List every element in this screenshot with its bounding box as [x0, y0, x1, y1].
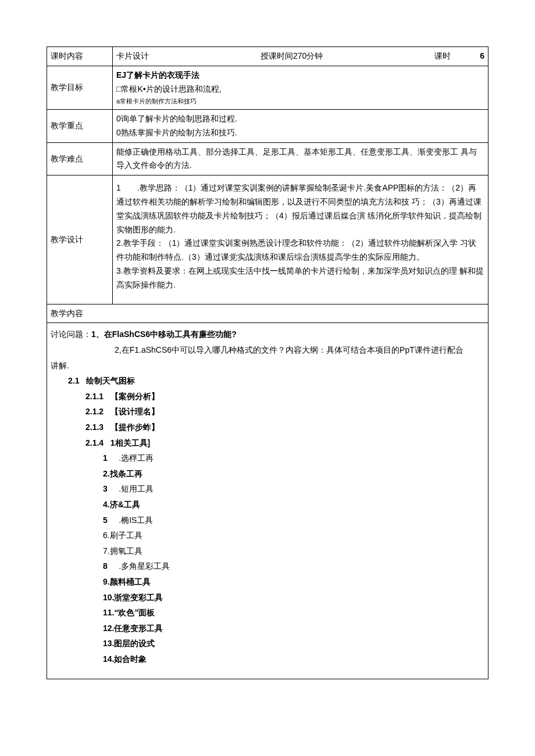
tool-5: 5 .椭IS工具	[51, 513, 484, 528]
cell-goals: EJ了解卡片的衣现手法 □常根K•片的设计思路和流程, a常根卡片的制作方法和技…	[113, 66, 488, 109]
goal-line-1: EJ了解卡片的衣现手法	[116, 69, 484, 83]
label-goals: 教学目标	[47, 66, 113, 109]
section-2-1-2: 2.1.2 【设计理名】	[51, 404, 484, 420]
value-teach-time: 授课时间270分钟	[261, 49, 323, 63]
tool-11: 11.“欢色”面板	[51, 605, 484, 621]
tool-1: 1 .选桴工再	[51, 450, 484, 466]
discussion-prefix: 讨论问题：	[51, 329, 91, 339]
discussion-line-1: 讨论问题：1、在FlaShCS6中移动工具有廉些功能?	[51, 327, 484, 342]
row-content-title: 教学内容	[47, 304, 488, 323]
goal-line-3: a常根卡片的制作方法和技巧	[116, 96, 484, 107]
tool-14: 14.如合时象	[51, 651, 484, 667]
tool-13: 13.图层的设式	[51, 636, 484, 651]
cell-difficulty: 能修正确使用格动工具、部分选择工具、足形工具、基本矩形工具、任意变形工具、渐变变…	[113, 142, 488, 175]
discussion-q1: 1、在FlaShCS6中移动工具有廉些功能?	[91, 329, 237, 339]
row-difficulty: 教学难点 能修正确使用格动工具、部分选择工具、足形工具、基本矩形工具、任意变形工…	[47, 142, 488, 175]
tool-8: 8 .多角星彩工具	[51, 558, 484, 574]
tool-9: 9.颜料桶工具	[51, 574, 484, 590]
section-2-1-1: 2.1.1 【案例分析】	[51, 389, 484, 404]
content-body: 讨论问题：1、在FlaShCS6中移动工具有廉些功能? 2,在F1.aShCS6…	[47, 323, 488, 679]
focus-2: 0熟练掌握卡片的绘制方法和技巧.	[116, 126, 484, 140]
section-2-1-4: 2.1.4 1相关工具]	[51, 435, 484, 451]
discussion-tail: 讲解.	[51, 358, 484, 374]
label-design: 教学设计	[47, 175, 113, 304]
cell-lesson-content-values: 卡片设计 授课时间270分钟 课时 6	[113, 47, 488, 66]
label-lesson-content: 课时内容	[47, 47, 113, 66]
lesson-info-table: 课时内容 卡片设计 授课时间270分钟 课时 6 教学目标 EJ了解卡片的衣现手…	[47, 46, 488, 323]
row-design: 教学设计 1 .教学思路：（1）通过对课堂实训案例的讲解掌握绘制圣诞卡片.美食A…	[47, 175, 488, 304]
tool-6: 6.刷子工具	[51, 528, 484, 543]
row-lesson-content: 课时内容 卡片设计 授课时间270分钟 课时 6	[47, 47, 488, 66]
tool-2: 2.找条工再	[51, 466, 484, 482]
content-title: 教学内容	[47, 304, 488, 323]
tool-10: 10.浙堂变彩工具	[51, 590, 484, 605]
tool-3: 3 .短用工具	[51, 481, 484, 497]
section-2-1: 2.1 绘制天气困标	[51, 373, 484, 389]
value-period: 6	[480, 49, 484, 63]
goal-line-2: □常根K•片的设计思路和流程,	[116, 83, 484, 96]
section-2-1-3: 2.1.3 【提作步蚱】	[51, 420, 484, 435]
row-goals: 教学目标 EJ了解卡片的衣现手法 □常根K•片的设计思路和流程, a常根卡片的制…	[47, 66, 488, 109]
label-focus: 教学重点	[47, 110, 113, 143]
tool-4: 4.济&工具	[51, 497, 484, 513]
label-difficulty: 教学难点	[47, 142, 113, 175]
row-focus: 教学重点 0询单了解卡片的绘制思路和过程. 0熟练掌握卡片的绘制方法和技巧.	[47, 110, 488, 143]
cell-focus: 0询单了解卡片的绘制思路和过程. 0熟练掌握卡片的绘制方法和技巧.	[113, 110, 488, 143]
focus-1: 0询单了解卡片的绘制思路和过程.	[116, 112, 484, 126]
discussion-q2: 2,在F1.aShCS6中可以导入哪几种格式的文件？内容大纲：具体可结合本项目的…	[51, 342, 484, 358]
tool-7: 7.拥氧工具	[51, 543, 484, 559]
label-period: 课时	[434, 49, 451, 63]
tool-12: 12.任意变形工具	[51, 621, 484, 636]
value-card-design: 卡片设计	[116, 49, 149, 63]
cell-design: 1 .教学思路：（1）通过对课堂实训案例的讲解掌握绘制圣诞卡片.美食APP图标的…	[113, 175, 488, 304]
